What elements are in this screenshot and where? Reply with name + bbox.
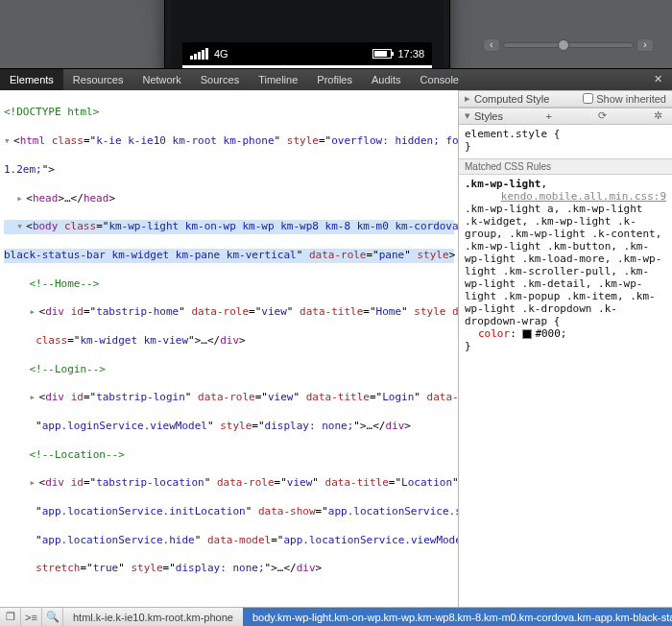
app-header: Home (182, 65, 432, 68)
dom-node[interactable]: ▸<div id="tabstrip-location" data-role="… (4, 476, 454, 491)
battery-icon (372, 49, 392, 59)
toggle-state-icon[interactable]: ⟳ (594, 109, 611, 122)
dock-icon[interactable]: ❐ (0, 608, 21, 626)
new-style-icon[interactable]: + (542, 110, 556, 122)
element-style-block[interactable]: element.style { } (459, 125, 672, 158)
tab-timeline[interactable]: Timeline (249, 69, 307, 90)
breadcrumb: html.k-ie.k-ie10.km-root.km-phone body.k… (63, 608, 672, 626)
device-frame: 4G 17:38 Home flat Welcome! Telerik AppB… (165, 0, 449, 68)
computed-style-header[interactable]: ▸Computed Style Show inherited (459, 90, 672, 108)
tab-network[interactable]: Network (132, 69, 190, 90)
tab-profiles[interactable]: Profiles (307, 69, 362, 90)
simulator-area: 4G 17:38 Home flat Welcome! Telerik AppB… (0, 0, 672, 68)
computed-style-label: Computed Style (474, 93, 549, 105)
devtools-close-icon[interactable]: ✕ (644, 69, 672, 90)
devtools-tabbar: Elements Resources Network Sources Timel… (0, 69, 672, 90)
styles-header[interactable]: ▾Styles + ⟳ ✲ (459, 108, 672, 125)
breadcrumb-item-active[interactable]: body.km-wp-light.km-on-wp.km-wp.km-wp8.k… (243, 608, 672, 626)
rule-source-link[interactable]: kendo.mobile.all.min.css:9 (501, 190, 666, 203)
gear-icon[interactable]: ✲ (650, 109, 666, 122)
device-screen: 4G 17:38 Home flat Welcome! Telerik AppB… (182, 42, 432, 68)
dom-node[interactable]: <!--Home--> (4, 277, 454, 292)
dom-tree[interactable]: <!DOCTYPE html> ▾<html class="k-ie k-ie1… (0, 90, 459, 607)
dom-node[interactable]: ▸<div id="tabstrip-login" data-role="vie… (4, 391, 454, 405)
inspect-icon[interactable]: 🔍 (42, 608, 63, 626)
dom-node[interactable]: <!--Location--> (4, 448, 454, 463)
dom-node-selected[interactable]: ▾<body class="km-wp-light km-on-wp km-wp… (4, 220, 454, 234)
zoom-track[interactable] (503, 42, 634, 48)
zoom-out-button[interactable]: ‹ (483, 38, 500, 52)
matched-rule-block[interactable]: .km-wp-light, kendo.mobile.all.min.css:9… (459, 175, 672, 358)
styles-label: Styles (474, 110, 503, 122)
dom-node[interactable]: ▾<html class="k-ie k-ie10 km-root km-pho… (4, 134, 454, 149)
zoom-thumb[interactable] (558, 39, 569, 51)
network-label: 4G (214, 48, 228, 60)
tab-elements[interactable]: Elements (0, 69, 63, 90)
color-swatch-icon[interactable] (522, 329, 532, 339)
zoom-in-button[interactable]: › (636, 38, 654, 52)
clock-label: 17:38 (397, 48, 424, 60)
devtools-footer: ❐ >≡ 🔍 html.k-ie.k-ie10.km-root.km-phone… (0, 607, 672, 626)
styles-sidebar: ▸Computed Style Show inherited ▾Styles +… (459, 90, 672, 607)
signal-icon (190, 48, 208, 60)
console-drawer-icon[interactable]: >≡ (21, 608, 42, 626)
dom-node[interactable]: ▸<head>…</head> (4, 192, 454, 206)
tab-resources[interactable]: Resources (63, 69, 133, 90)
zoom-slider[interactable]: ‹ › (480, 36, 657, 55)
matched-rules-header: Matched CSS Rules (459, 158, 672, 175)
devtools-panel: Elements Resources Network Sources Timel… (0, 68, 672, 626)
breadcrumb-item[interactable]: html.k-ie.k-ie10.km-root.km-phone (63, 608, 243, 626)
tab-sources[interactable]: Sources (191, 69, 249, 90)
tab-audits[interactable]: Audits (362, 69, 411, 90)
dom-doctype[interactable]: <!DOCTYPE html> (4, 106, 99, 118)
show-inherited-toggle[interactable]: Show inherited (583, 93, 666, 105)
dom-node[interactable]: <!--Login--> (4, 363, 454, 377)
dom-node[interactable]: ▸<div id="tabstrip-home" data-role="view… (4, 305, 454, 320)
status-bar: 4G 17:38 (182, 42, 432, 65)
tab-console[interactable]: Console (411, 69, 468, 90)
